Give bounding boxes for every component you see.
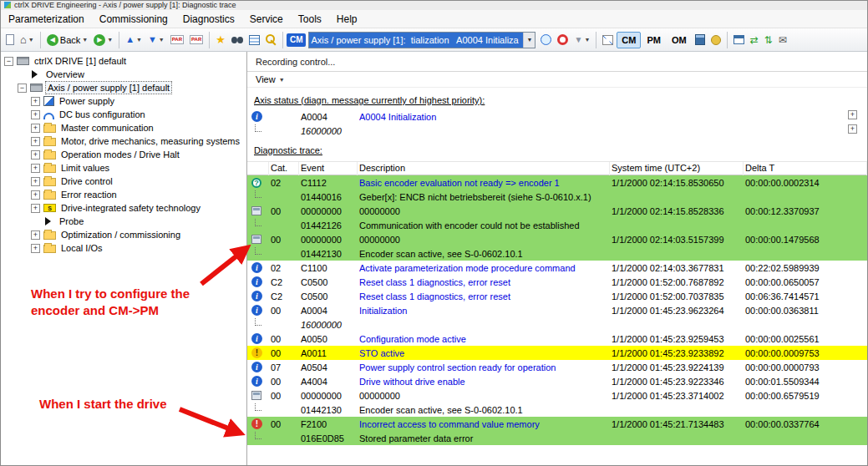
menu-item-help[interactable]: Help	[329, 11, 365, 28]
delta-cell: 00:00:00.1479568	[744, 235, 867, 245]
navigate-up-button[interactable]: ▲▼	[123, 33, 145, 46]
sync-project-button[interactable]: ⇄	[748, 33, 761, 47]
om-mode-button[interactable]: OM	[667, 32, 692, 48]
view-menu[interactable]: View ▼	[247, 72, 867, 88]
expand-toggle[interactable]: +	[31, 230, 40, 240]
trace-row[interactable]: C2C0500Reset class 1 diagnostics, error …	[247, 275, 867, 289]
trace-subrow[interactable]: 16000000	[247, 317, 867, 332]
trace-row[interactable]: 00A4004Drive without drive enable1/1/200…	[247, 374, 867, 388]
tree-item[interactable]: −ctrlX DRIVE [1] default	[1, 54, 246, 68]
sync-device-button[interactable]: ⇅	[762, 33, 775, 47]
menu-item-commissioning[interactable]: Commissioning	[92, 11, 175, 28]
tree-item[interactable]: +Drive control	[1, 175, 246, 188]
axis-status-row[interactable]: A0004 A0004 Initialization	[247, 109, 867, 124]
menu-item-service[interactable]: Service	[242, 11, 291, 28]
expand-toggle[interactable]: +	[31, 204, 40, 213]
chevron-down-icon[interactable]: ▼	[523, 33, 535, 48]
tree-item[interactable]: −Axis / power supply [1] default	[1, 81, 246, 94]
oscilloscope-button[interactable]	[600, 33, 616, 47]
back-button[interactable]: ◀Back▼	[44, 33, 90, 48]
status-expand-toggle[interactable]: +	[848, 124, 857, 134]
status-expand-toggle[interactable]: +	[848, 110, 857, 119]
trace-subrow[interactable]: 01442130Encoder scan active, see S-0-060…	[247, 246, 867, 261]
column-header[interactable]: Delta T	[744, 162, 867, 175]
search-button[interactable]	[229, 35, 246, 45]
icon-cell	[247, 204, 269, 218]
tree-item[interactable]: +Power supply	[1, 94, 246, 108]
home-button[interactable]: ⌂▼	[18, 33, 37, 47]
trace-row[interactable]: 02C1112Basic encoder evaluation not read…	[247, 175, 867, 190]
recording-control-header[interactable]: Recording control...	[247, 52, 867, 72]
column-header[interactable]: System time (UTC+2)	[610, 162, 744, 175]
access-key-button[interactable]	[263, 33, 279, 47]
trace-subrow[interactable]: 016E0D85Stored parameter data error	[247, 431, 867, 445]
trace-row[interactable]: 0000000000000000001/1/2000 02:14:03.5157…	[247, 232, 867, 246]
menu-item-parameterization[interactable]: Parameterization	[1, 11, 92, 28]
trace-row[interactable]: 07A0504Power supply control section read…	[247, 360, 867, 374]
forward-button[interactable]: ▶▼	[91, 33, 115, 48]
trace-row[interactable]: 0000000000000000001/1/2000 01:45:23.3714…	[247, 388, 867, 403]
par-download-button[interactable]: PAR	[187, 33, 206, 46]
calculator-icon	[695, 34, 705, 45]
chevron-down-icon: ▼	[82, 37, 88, 43]
tree-item[interactable]: +Limit values	[1, 161, 246, 175]
project-tree: −ctrlX DRIVE [1] defaultOverview−Axis / …	[1, 52, 247, 466]
connector-cell	[247, 431, 269, 445]
column-header[interactable]: Event	[299, 162, 358, 175]
expand-toggle[interactable]: +	[31, 110, 40, 119]
menu-item-diagnostics[interactable]: Diagnostics	[175, 11, 242, 28]
tree-item[interactable]: +Optimization / commissioning	[1, 228, 246, 241]
tree-item[interactable]: +DC bus configuration	[1, 108, 246, 121]
axis-status-subrow[interactable]: 16000000	[247, 124, 867, 138]
expand-toggle[interactable]: +	[31, 190, 40, 200]
expand-toggle[interactable]: +	[31, 124, 40, 133]
trace-row[interactable]: 00A0011STO active1/1/2000 01:45:23.92338…	[247, 346, 867, 360]
new-document-button[interactable]	[3, 33, 17, 47]
tree-item[interactable]: Probe	[1, 215, 246, 228]
expand-toggle[interactable]: +	[31, 244, 40, 253]
expand-toggle[interactable]: −	[18, 84, 27, 93]
expand-toggle[interactable]: −	[4, 57, 13, 66]
expand-toggle[interactable]: +	[31, 97, 40, 106]
mail-button[interactable]: ✉	[776, 33, 789, 47]
easy-startup-button[interactable]	[708, 33, 723, 47]
tree-item[interactable]: Overview	[1, 68, 246, 81]
trace-row[interactable]: 00A0050Configuration mode active1/1/2000…	[247, 332, 867, 346]
trace-row[interactable]: C2C0500Reset class 1 diagnostics, error …	[247, 289, 867, 303]
trace-row[interactable]: 0000000000000000001/1/2000 02:14:15.8528…	[247, 204, 867, 218]
filter-button[interactable]: ▼▼	[571, 34, 592, 46]
navigate-down-button[interactable]: ▼▼	[145, 33, 167, 46]
expand-toggle[interactable]: +	[31, 137, 40, 146]
pm-mode-button[interactable]: PM	[642, 32, 666, 48]
event-cell: 00000000	[299, 391, 358, 401]
parameter-editor-button[interactable]	[693, 33, 708, 47]
tree-item[interactable]: +Local I/Os	[1, 241, 246, 255]
cm-mode-button[interactable]: CM	[617, 32, 641, 48]
column-header[interactable]: Cat.	[269, 162, 299, 175]
trace-row[interactable]: 00F2100Incorrect access to command value…	[247, 417, 867, 431]
trace-row[interactable]: 00A0004Initialization1/1/2000 01:45:23.9…	[247, 303, 867, 317]
tree-item[interactable]: +Error reaction	[1, 188, 246, 201]
expand-toggle[interactable]: +	[31, 164, 40, 173]
help-button[interactable]	[555, 33, 571, 47]
tree-item[interactable]: +Motor, drive mechanics, measuring syste…	[1, 134, 246, 148]
window-layout-button[interactable]	[731, 33, 747, 46]
trace-subrow[interactable]: 01442126Communication with encoder could…	[247, 218, 867, 232]
online-button[interactable]	[538, 33, 554, 47]
tree-item[interactable]: +SDrive-integrated safety technology	[1, 201, 246, 215]
trace-subrow[interactable]: 01442130Encoder scan active, see S-0-060…	[247, 403, 867, 417]
column-header[interactable]: Description	[358, 162, 610, 175]
menu-item-tools[interactable]: Tools	[291, 11, 329, 28]
par-upload-button[interactable]: PAR	[168, 33, 186, 46]
tree-item[interactable]: +Master communication	[1, 121, 246, 134]
trace-view-button[interactable]	[246, 33, 262, 47]
trace-subrow[interactable]: 01440016Geber[x]: ENCB nicht betriebsber…	[247, 190, 867, 204]
device-selector-combo[interactable]: Axis / power supply [1]: tialization A00…	[308, 32, 536, 48]
expand-toggle[interactable]: +	[31, 177, 40, 186]
trace-row[interactable]: 02C1100Activate parameterization mode pr…	[247, 261, 867, 275]
tree-item[interactable]: +Operation modes / Drive Halt	[1, 148, 246, 161]
device-icon	[17, 57, 29, 65]
favorites-button[interactable]: ★	[213, 33, 228, 47]
column-header-icon[interactable]	[247, 162, 269, 175]
expand-toggle[interactable]: +	[31, 150, 40, 160]
